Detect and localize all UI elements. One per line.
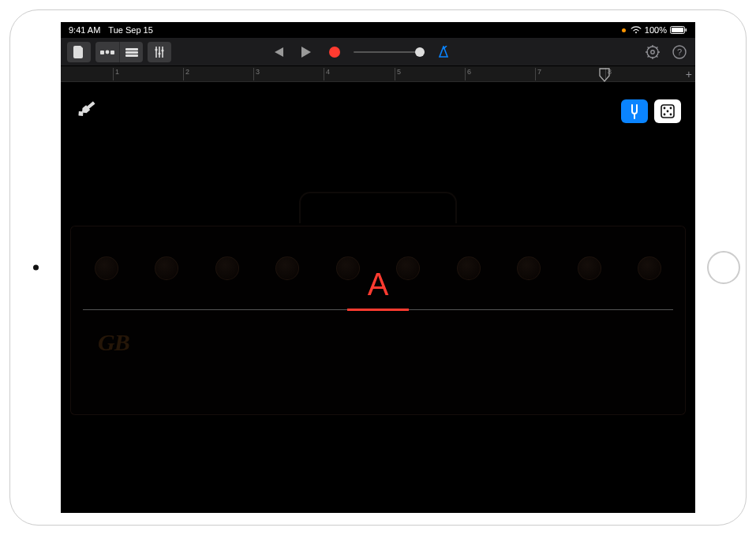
tuner-button[interactable] xyxy=(621,99,648,123)
help-icon: ? xyxy=(672,45,687,59)
amp-knob[interactable] xyxy=(275,256,299,280)
amp-knob[interactable] xyxy=(457,256,481,280)
svg-point-19 xyxy=(670,107,672,110)
transport-controls xyxy=(268,42,453,62)
document-icon xyxy=(73,46,84,58)
settings-button[interactable] xyxy=(643,42,662,62)
ruler-mark: 1 xyxy=(113,68,119,80)
svg-point-22 xyxy=(667,110,669,113)
playhead-marker[interactable] xyxy=(599,68,610,84)
svg-rect-3 xyxy=(100,51,104,54)
master-volume xyxy=(354,51,425,53)
add-section-button[interactable]: + xyxy=(686,68,692,80)
svg-point-20 xyxy=(664,114,666,116)
app-toolbar: ? xyxy=(61,38,695,66)
svg-point-4 xyxy=(106,50,110,54)
track-controls-button[interactable] xyxy=(148,42,171,62)
ruler-mark: 6 xyxy=(465,68,471,80)
amp-knob[interactable] xyxy=(215,256,239,280)
browser-icon xyxy=(100,47,114,57)
rewind-icon xyxy=(271,47,284,58)
svg-rect-8 xyxy=(125,54,138,57)
ruler-mark: 4 xyxy=(324,68,330,80)
amp-knob[interactable] xyxy=(95,256,118,280)
tone-preset-button[interactable] xyxy=(654,99,681,123)
battery-percent: 100% xyxy=(645,25,667,35)
tracks-view-button[interactable] xyxy=(119,42,143,62)
tracks-icon xyxy=(125,47,138,57)
tuning-fork-icon xyxy=(627,103,642,119)
ipad-device-frame: 9:41 AM Tue Sep 15 100% xyxy=(0,0,756,535)
jack-icon xyxy=(76,99,98,119)
instrument-stage: GB A xyxy=(61,82,695,513)
volume-slider[interactable] xyxy=(354,51,425,53)
view-toggle-group xyxy=(95,42,143,62)
record-button[interactable] xyxy=(325,42,344,62)
ruler-mark: 7 xyxy=(535,68,541,80)
svg-rect-2 xyxy=(686,28,687,32)
tuner-pitch-indicator xyxy=(347,309,409,311)
amp-knob[interactable] xyxy=(578,256,601,280)
status-date: Tue Sep 15 xyxy=(108,25,152,35)
amp-knob[interactable] xyxy=(336,256,360,280)
svg-point-10 xyxy=(158,52,160,54)
my-songs-button[interactable] xyxy=(67,42,91,62)
mixer-icon xyxy=(154,47,165,58)
amp-panel: GB xyxy=(70,226,686,415)
amp-knob[interactable] xyxy=(155,256,178,280)
status-time: 9:41 AM xyxy=(69,25,100,35)
input-jack-icon[interactable] xyxy=(74,98,99,122)
timeline-ruler[interactable]: 1 2 3 4 5 6 7 8 + xyxy=(61,66,695,82)
screen: 9:41 AM Tue Sep 15 100% xyxy=(61,22,695,513)
battery-icon xyxy=(670,26,687,34)
status-bar: 9:41 AM Tue Sep 15 100% xyxy=(61,22,695,38)
stage-mode-buttons xyxy=(621,99,681,123)
home-button[interactable] xyxy=(707,251,740,284)
svg-point-9 xyxy=(155,48,157,51)
amp-knob[interactable] xyxy=(638,256,661,280)
amp-knob[interactable] xyxy=(517,256,541,280)
record-icon xyxy=(329,47,340,58)
play-button[interactable] xyxy=(297,42,316,62)
svg-rect-1 xyxy=(672,28,683,32)
svg-rect-6 xyxy=(125,48,138,51)
amp-handle xyxy=(299,192,457,223)
svg-point-11 xyxy=(161,49,163,51)
tuner-note: A xyxy=(368,267,389,302)
svg-rect-5 xyxy=(110,51,114,54)
dice-icon xyxy=(661,104,675,118)
metronome-button[interactable] xyxy=(434,42,453,62)
wifi-icon xyxy=(631,26,642,34)
svg-text:?: ? xyxy=(677,47,682,57)
svg-point-21 xyxy=(670,114,672,116)
play-icon xyxy=(301,46,312,58)
amp-knob[interactable] xyxy=(396,256,420,280)
gear-icon xyxy=(646,45,660,59)
volume-thumb[interactable] xyxy=(415,47,425,57)
amp-brand-logo: GB xyxy=(98,329,129,356)
front-camera xyxy=(33,265,39,271)
rewind-button[interactable] xyxy=(268,42,287,62)
help-button[interactable]: ? xyxy=(670,42,689,62)
browser-view-button[interactable] xyxy=(95,42,119,62)
svg-point-14 xyxy=(651,50,654,53)
ruler-mark: 5 xyxy=(395,68,401,80)
recording-indicator-dot xyxy=(622,28,626,32)
svg-point-18 xyxy=(664,107,666,110)
ruler-mark: 3 xyxy=(253,68,260,80)
svg-rect-7 xyxy=(125,51,138,54)
metronome-icon xyxy=(437,46,450,58)
ruler-mark: 2 xyxy=(183,68,189,80)
